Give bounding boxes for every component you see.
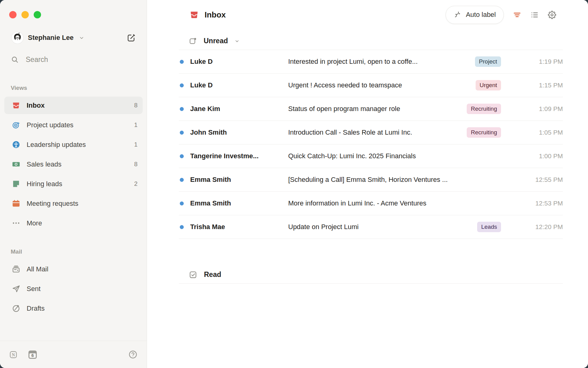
sidebar-item-label: Meeting requests [27,200,138,208]
sidebar-item-hiring-leads[interactable]: Hiring leads2 [4,175,143,193]
sidebar-item-project-updates[interactable]: Project updates1 [4,116,143,134]
email-row[interactable]: Luke D Urgent ! Access needed to teamspa… [179,74,563,97]
calendar-icon [12,199,20,208]
search-icon [11,56,19,63]
auto-label-button[interactable]: Auto label [446,6,504,24]
sidebar-item-count: 1 [134,141,138,148]
email-row[interactable]: Trisha Mae Update on Project Lumi Leads … [179,215,563,239]
sidebar-item-all-mail[interactable]: All Mail [4,260,143,278]
sidebar-item-meeting-requests[interactable]: Meeting requests [4,195,143,212]
sidebar-item-label: Hiring leads [27,180,128,188]
note-icon [12,180,20,188]
email-sender: Luke D [190,81,288,89]
email-label-badge: Recruiting [467,104,501,114]
all-mail-icon [12,265,20,273]
zoom-button[interactable] [34,11,41,18]
email-time: 1:09 PM [522,105,563,113]
email-sender: Luke D [190,58,288,66]
email-row[interactable]: Tangerine Investme... Quick Catch-Up: Lu… [179,144,563,168]
email-subject: Interested in project Lumi, open to a co… [288,58,475,66]
unread-dot-icon [180,83,184,87]
sidebar-nav: ViewsInbox8Project updates1Leadership up… [4,85,143,319]
calendar-day: 6 [29,353,36,358]
sidebar-item-label: More [27,219,138,227]
compose-button[interactable] [127,33,136,42]
search-button[interactable]: Search [11,56,48,64]
email-row[interactable]: Emma Smith More information in Lumi Inc.… [179,192,563,215]
minimize-button[interactable] [21,11,29,18]
unread-dot-icon [180,60,184,64]
email-sender: Emma Smith [190,176,288,184]
notion-logo-icon[interactable]: N [9,351,17,359]
unread-dot-icon [180,154,184,158]
email-label-badge: Urgent [476,80,501,90]
nav-section-views: ViewsInbox8Project updates1Leadership up… [4,85,143,232]
sidebar-item-drafts[interactable]: Drafts [4,300,143,317]
inbox-icon [190,10,199,19]
search-label: Search [26,56,48,64]
target-icon [12,121,20,129]
help-button[interactable] [128,350,138,359]
person-circle-icon [12,140,20,149]
email-row[interactable]: Luke D Interested in project Lumi, open … [179,50,563,74]
email-time: 1:00 PM [522,152,563,160]
email-label-badge: Recruiting [467,127,501,138]
unread-icon [189,37,197,45]
sidebar-item-label: Sent [27,285,138,293]
email-time: 1:15 PM [522,82,563,89]
more-icon [12,219,20,227]
sidebar-item-label: Sales leads [27,160,128,168]
sidebar-item-count: 8 [134,102,138,109]
email-row[interactable]: Jane Kim Status of open program manager … [179,97,563,121]
email-sender: Emma Smith [190,199,288,207]
read-section-header[interactable]: Read [179,266,563,284]
money-icon [12,160,20,168]
email-subject: Update on Project Lumi [288,223,477,231]
nav-section-mail: MailAll MailSentDrafts [4,248,143,317]
sidebar: Stephanie Lee Search ViewsInbox8Project … [0,0,147,368]
email-time: 12:20 PM [522,223,563,231]
sidebar-item-label: Drafts [27,305,138,312]
sidebar-item-count: 1 [134,121,138,128]
main-header: Inbox Auto label [190,6,556,24]
header-actions: Auto label [446,6,556,24]
read-checkbox-icon [189,270,197,279]
filter-button[interactable] [513,11,521,19]
sidebar-item-label: Inbox [27,102,128,109]
email-label-badge: Project [475,56,501,67]
calendar-date-icon[interactable]: 6 [28,351,37,359]
section-label: Views [4,85,143,91]
chevron-down-icon [79,35,84,40]
read-section-label: Read [204,270,221,279]
unread-dot-icon [180,225,184,229]
section-label: Mail [4,248,143,255]
email-subject: Urgent ! Access needed to teamspace [288,81,476,89]
email-row[interactable]: John Smith Introduction Call - Sales Rol… [179,121,563,144]
settings-button[interactable] [548,11,556,19]
sidebar-item-inbox[interactable]: Inbox8 [4,97,143,114]
sent-icon [12,285,20,293]
sidebar-item-leadership-updates[interactable]: Leadership updates1 [4,136,143,153]
email-sender: Tangerine Investme... [190,152,288,160]
email-sender: Jane Kim [190,105,288,113]
unread-dot-icon [180,201,184,205]
unread-section-header[interactable]: Unread [189,33,556,48]
profile-name: Stephanie Lee [28,34,74,42]
email-time: 1:19 PM [522,58,563,65]
page-title: Inbox [205,10,226,20]
sidebar-item-more[interactable]: More [4,214,143,232]
inbox-icon [12,101,20,109]
list-view-button[interactable] [530,11,539,19]
unread-section-label: Unread [204,37,228,45]
email-subject: Introduction Call - Sales Role at Lumi I… [288,128,467,136]
sidebar-item-sent[interactable]: Sent [4,280,143,297]
profile-menu[interactable]: Stephanie Lee [12,32,136,44]
svg-text:N: N [12,352,15,357]
chevron-down-icon [235,39,239,44]
close-button[interactable] [9,11,17,18]
sidebar-item-sales-leads[interactable]: Sales leads8 [4,155,143,173]
email-row[interactable]: Emma Smith [Scheduling a Call] Emma Smit… [179,168,563,192]
main-pane: Inbox Auto label Unread Luke D Intereste… [147,0,588,368]
sidebar-item-count: 8 [134,161,138,168]
drafts-icon [12,304,20,312]
